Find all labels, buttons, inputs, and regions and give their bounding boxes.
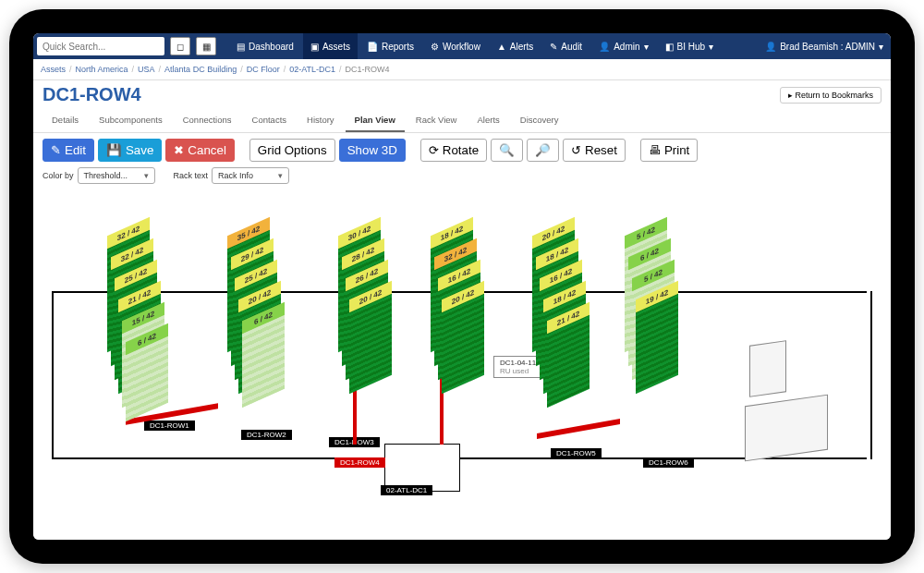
row-label-4: DC1-ROW4 [334,457,385,468]
btn-label: Show 3D [347,143,397,157]
3d-floor-view[interactable]: DC1-ROW1 DC1-ROW2 DC1-ROW3 DC1-ROW4 DC1-… [33,189,891,540]
rack-text-select[interactable]: Rack Info [212,167,289,184]
rotate-icon: ⟳ [429,143,439,157]
save-button[interactable]: 💾Save [98,139,162,162]
user-icon: 👤 [765,42,776,52]
row-label-6: DC1-ROW6 [643,457,694,468]
crumb-0[interactable]: Assets [41,65,66,74]
bookmark-label: Return to Bookmarks [795,91,873,100]
toolbar-main: ✎Edit 💾Save ✖Cancel Grid Options Show 3D… [33,133,891,167]
page-title: DC1-ROW4 [43,84,141,105]
bihub-icon: ◧ [665,42,674,52]
user-label: Brad Beamish : ADMIN [780,42,875,52]
crumb-5[interactable]: 02-ATL-DC1 [289,65,335,74]
reset-button[interactable]: ↺Reset [563,139,626,162]
tab-history[interactable]: History [298,109,344,132]
tab-contacts[interactable]: Contacts [243,109,297,132]
cabinet [745,395,828,462]
nav-audit[interactable]: ✎Audit [542,33,590,59]
workflow-icon: ⚙ [431,42,439,52]
qr-button[interactable]: ▦ [196,37,216,55]
top-navbar: ◻ ▦ ▤Dashboard ▣Assets 📄Reports ⚙Workflo… [33,33,891,59]
nav-workflow[interactable]: ⚙Workflow [423,33,488,59]
rack-text-label: Rack text [174,171,209,180]
tab-discovery[interactable]: Discovery [511,109,568,132]
reset-icon: ↺ [571,143,581,157]
reports-icon: 📄 [367,42,378,52]
btn-label: Rotate [443,143,479,157]
crumb-4[interactable]: DC Floor [247,65,280,74]
crumb-2[interactable]: USA [138,65,155,74]
btn-label: Grid Options [258,143,327,157]
zoom-out-button[interactable]: 🔎 [527,139,559,162]
tab-rack-view[interactable]: Rack View [407,109,467,132]
zoom-in-button[interactable]: 🔍 [491,139,523,162]
nav-label: Reports [382,42,414,52]
nav-label: Assets [322,42,350,52]
nav-label: Alerts [510,42,534,52]
cancel-button[interactable]: ✖Cancel [165,139,235,162]
tabbar: DetailsSubcomponentsConnectionsContactsH… [33,105,891,133]
tooltip-title: DC1-04-11 [500,359,536,367]
alerts-icon: ▲ [497,42,506,52]
row-label-5: DC1-ROW5 [551,448,602,458]
nav-dashboard[interactable]: ▤Dashboard [229,33,301,59]
nav-admin[interactable]: 👤Admin ▾ [591,33,655,59]
cabinet [749,340,786,397]
grid-options-button[interactable]: Grid Options [249,139,335,162]
rotate-button[interactable]: ⟳Rotate [420,139,487,162]
floor-label: 02-ATL-DC1 [381,485,432,495]
btn-label: Print [664,143,689,157]
save-icon: 💾 [106,143,122,157]
btn-label: Reset [585,143,617,157]
tab-connections[interactable]: Connections [174,109,241,132]
show-3d-button[interactable]: Show 3D [339,139,406,162]
zoom-in-icon: 🔍 [499,143,515,157]
btn-label: Save [126,143,153,157]
print-button[interactable]: 🖶Print [640,139,698,162]
nav-label: Admin [614,42,639,52]
admin-icon: 👤 [599,42,610,52]
audit-icon: ✎ [550,42,557,52]
nav-alerts[interactable]: ▲Alerts [490,33,541,59]
crumb-1[interactable]: North America [76,65,128,74]
btn-label: Edit [65,143,86,157]
search-input[interactable] [41,38,161,55]
color-by-select[interactable]: Threshold... [78,167,155,184]
search-clear-button[interactable]: ◻ [170,37,190,55]
edit-icon: ✎ [51,143,61,157]
dashboard-icon: ▤ [237,42,245,52]
breadcrumb: Assets/ North America/ USA/ Atlanta DC B… [33,59,891,80]
user-menu[interactable]: 👤Brad Beamish : ADMIN ▾ [758,33,891,59]
tooltip-subtitle: RU used [500,367,536,375]
chevron-down-icon: ▾ [644,42,649,52]
quick-search[interactable] [37,37,164,55]
btn-label: Cancel [188,143,226,157]
nav-assets[interactable]: ▣Assets [303,33,358,59]
tab-plan-view[interactable]: Plan View [346,109,405,132]
edit-button[interactable]: ✎Edit [43,139,94,162]
nav-label: BI Hub [677,42,706,52]
chevron-down-icon: ▾ [709,42,713,52]
nav-label: Workflow [443,42,480,52]
tab-alerts[interactable]: Alerts [468,109,508,132]
select-value: Rack Info [218,171,253,180]
nav-label: Dashboard [249,42,294,52]
crumb-3[interactable]: Atlanta DC Building [164,65,237,74]
color-by-label: Color by [43,171,74,180]
row-label-2: DC1-ROW2 [241,430,292,440]
chevron-down-icon: ▾ [879,42,883,52]
row-label-1: DC1-ROW1 [144,421,195,431]
print-icon: 🖶 [649,143,661,157]
zoom-out-icon: 🔎 [535,143,551,157]
nav-bihub[interactable]: ◧BI Hub ▾ [658,33,722,59]
nav-reports[interactable]: 📄Reports [359,33,421,59]
tab-details[interactable]: Details [43,109,88,132]
cancel-icon: ✖ [174,143,184,157]
toolbar-filters: Color by Threshold... Rack text Rack Inf… [33,167,891,189]
nav-label: Audit [561,42,582,52]
crumb-6: DC1-ROW4 [346,65,390,74]
return-bookmarks-button[interactable]: ▸ Return to Bookmarks [780,87,881,104]
tab-subcomponents[interactable]: Subcomponents [90,109,172,132]
assets-icon: ▣ [310,42,319,52]
